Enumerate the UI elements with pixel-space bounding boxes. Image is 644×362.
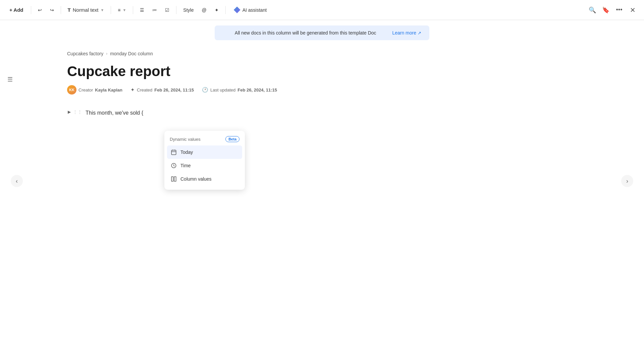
undo-icon: ↩: [38, 7, 42, 13]
alignment-button[interactable]: ≡ ▼: [114, 5, 129, 15]
breadcrumb-separator: ›: [106, 51, 107, 56]
created-icon: ✦: [130, 87, 135, 93]
ai-assistant-button[interactable]: AI assistant: [229, 5, 271, 15]
updated-icon: 🕐: [202, 87, 208, 93]
more-options-button[interactable]: •••: [613, 4, 625, 16]
mention-icon: @: [202, 7, 206, 13]
close-button[interactable]: ✕: [627, 4, 639, 16]
avatar: KK: [67, 85, 76, 95]
external-link-icon: ↗: [418, 31, 421, 36]
created-label: Created: [137, 87, 152, 93]
alignment-chevron: ▼: [122, 8, 126, 12]
ai-assistant-label: AI assistant: [243, 7, 267, 13]
bullet-list-icon: ☰: [140, 7, 144, 13]
drag-handle-icon[interactable]: ⋮⋮: [72, 109, 83, 115]
add-button[interactable]: + Add: [5, 5, 28, 15]
redo-button[interactable]: ↪: [47, 5, 57, 15]
column-values-label: Column values: [180, 176, 212, 182]
updated-label: Last updated: [210, 87, 235, 93]
content-area: ☰ ‹ › Cupcakes factory › monday Doc colu…: [0, 46, 644, 120]
toolbar: + Add ↩ ↪ T Normal text ▼ ≡ ▼ ☰ ≔ ☑ Styl…: [0, 0, 644, 20]
document-content: Cupcakes factory › monday Doc column Cup…: [0, 46, 644, 120]
document-title: Cupcake report: [67, 63, 577, 80]
divider-1: [31, 6, 31, 14]
time-icon: [170, 162, 177, 169]
dropdown-header: Dynamic values Beta: [167, 135, 242, 145]
block-toggle-button[interactable]: ▶: [67, 109, 71, 115]
dynamic-values-time[interactable]: Time: [167, 159, 242, 172]
bookmark-icon: 🔖: [602, 6, 609, 14]
content-block: ▶ ⋮⋮ This month, we've sold {: [67, 108, 577, 117]
divider-2: [61, 6, 61, 14]
time-label: Time: [180, 163, 191, 168]
dynamic-values-today[interactable]: Today: [167, 145, 242, 159]
breadcrumb-current[interactable]: monday Doc column: [110, 51, 153, 56]
creator-meta: KK Creator Kayla Kaplan: [67, 85, 122, 95]
checklist-button[interactable]: ☑: [162, 5, 173, 15]
style-label: Style: [183, 7, 194, 13]
svg-rect-6: [174, 177, 176, 181]
column-values-icon: [170, 176, 177, 182]
created-date: Feb 26, 2024, 11:15: [154, 87, 194, 93]
checklist-icon: ☑: [165, 7, 169, 13]
numbered-list-icon: ≔: [152, 7, 157, 13]
close-icon: ✕: [630, 6, 636, 14]
svg-rect-0: [171, 150, 176, 155]
svg-rect-5: [171, 177, 173, 181]
divider-6: [225, 6, 226, 14]
breadcrumb: Cupcakes factory › monday Doc column: [67, 46, 577, 56]
bookmark-button[interactable]: 🔖: [600, 4, 612, 16]
today-icon: [170, 149, 177, 156]
block-text: This month, we've sold {: [86, 108, 143, 117]
text-style-label: Normal text: [73, 7, 99, 13]
creator-name: Kayla Kaplan: [95, 87, 122, 93]
ai-diamond-icon: [234, 7, 240, 13]
banner-message: All new docs in this column will be gene…: [223, 30, 388, 36]
today-label: Today: [180, 149, 193, 155]
divider-4: [133, 6, 133, 14]
creator-label: Creator: [78, 87, 93, 93]
search-button[interactable]: 🔍: [586, 4, 598, 16]
text-format-icon: T: [68, 7, 71, 13]
created-meta: ✦ Created Feb 26, 2024, 11:15: [130, 87, 194, 93]
document-meta: KK Creator Kayla Kaplan ✦ Created Feb 26…: [67, 85, 577, 95]
list-icon: ☰: [7, 76, 13, 83]
toolbar-right: 🔍 🔖 ••• ✕: [586, 4, 639, 16]
updated-date: Feb 26, 2024, 11:15: [237, 87, 277, 93]
learn-more-link[interactable]: Learn more ↗: [392, 30, 421, 36]
bullet-list-button[interactable]: ☰: [137, 5, 148, 15]
divider-3: [111, 6, 111, 14]
numbered-list-button[interactable]: ≔: [149, 5, 160, 15]
block-controls: ▶ ⋮⋮: [67, 108, 83, 115]
dynamic-values-column[interactable]: Column values: [167, 172, 242, 186]
prev-nav-button[interactable]: ‹: [11, 175, 23, 187]
search-icon: 🔍: [589, 6, 596, 14]
mention-button[interactable]: @: [198, 5, 210, 15]
style-button[interactable]: Style: [180, 5, 197, 15]
text-style-chevron: ▼: [100, 8, 104, 12]
left-arrow-icon: ‹: [16, 178, 18, 185]
more-icon: •••: [616, 6, 623, 13]
dynamic-values-dropdown: Dynamic values Beta Today Time: [164, 131, 245, 190]
breadcrumb-parent[interactable]: Cupcakes factory: [67, 51, 103, 56]
divider-5: [176, 6, 176, 14]
text-style-button[interactable]: T Normal text ▼: [64, 5, 108, 15]
beta-badge: Beta: [225, 136, 239, 142]
undo-button[interactable]: ↩: [35, 5, 45, 15]
sparkle-button[interactable]: ✦: [211, 5, 222, 15]
next-nav-button[interactable]: ›: [621, 175, 633, 187]
sparkle-icon: ✦: [215, 7, 219, 13]
right-arrow-icon: ›: [626, 178, 628, 185]
template-banner: All new docs in this column will be gene…: [215, 25, 429, 40]
sidebar-toggle-button[interactable]: ☰: [5, 74, 15, 85]
dropdown-title: Dynamic values: [170, 137, 201, 142]
alignment-icon: ≡: [118, 7, 120, 13]
updated-meta: 🕐 Last updated Feb 26, 2024, 11:15: [202, 87, 277, 93]
redo-icon: ↪: [50, 7, 54, 13]
